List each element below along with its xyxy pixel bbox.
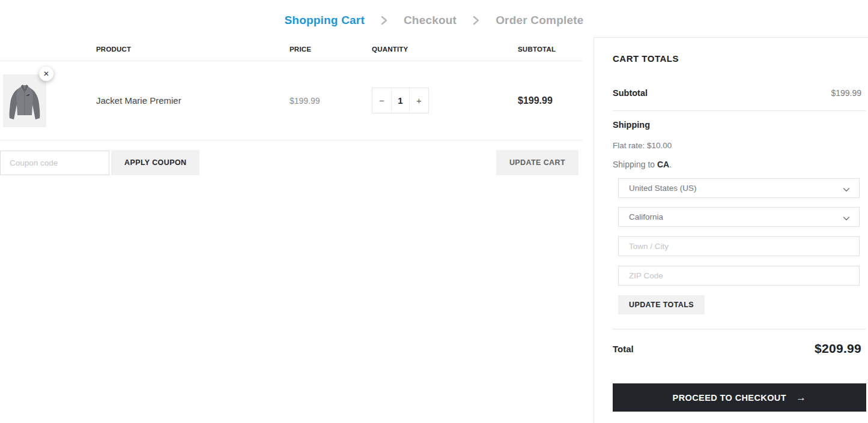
cart-totals-title: CART TOTALS [613,53,866,64]
proceed-label: PROCEED TO CHECKOUT [673,393,786,403]
subtotal-label: Subtotal [613,88,648,98]
product-image-cell: ✕ [0,74,96,127]
update-totals-button[interactable]: UPDATE TOTALS [618,295,705,314]
breadcrumb-checkout[interactable]: Checkout [404,14,457,27]
product-thumbnail[interactable]: ✕ [3,74,46,127]
breadcrumb-order-complete[interactable]: Order Complete [496,14,583,27]
coupon-row: APPLY COUPON UPDATE CART [0,150,583,175]
quantity-stepper: − 1 + [372,88,429,113]
total-value: $209.99 [815,341,861,356]
column-header-subtotal: SUBTOTAL [518,37,583,61]
close-icon: ✕ [43,70,49,78]
totals-divider [613,329,866,329]
town-city-input[interactable] [618,236,860,256]
shipping-to-prefix: Shipping to [613,160,657,169]
column-header-product: PRODUCT [96,37,290,61]
chevron-down-icon [843,185,850,194]
cart-item-row: ✕ Jacket Marie Premier $199.99 − 1 + $19… [0,61,583,140]
shipping-destination: Shipping to CA. [613,160,866,169]
quantity-increase-button[interactable]: + [410,88,428,113]
quantity-value[interactable]: 1 [391,88,410,113]
shipping-method: Flat rate: $10.00 [613,141,866,150]
shipping-to-suffix: . [669,160,672,169]
checkout-steps-breadcrumb: Shopping Cart Checkout Order Complete [0,0,868,37]
product-name-link[interactable]: Jacket Marie Premier [96,95,290,106]
item-subtotal: $199.99 [518,95,583,106]
chevron-right-icon [472,16,480,25]
remove-item-button[interactable]: ✕ [39,67,53,81]
shipping-label: Shipping [613,120,866,130]
cart-table-header: PRODUCT PRICE QUANTITY SUBTOTAL [0,37,583,61]
column-header-spacer [0,41,96,57]
shipping-to-region: CA [657,160,669,169]
breadcrumb-shopping-cart[interactable]: Shopping Cart [284,14,364,27]
state-select[interactable]: California [618,207,860,227]
column-header-quantity: QUANTITY [372,37,518,61]
chevron-right-icon [380,16,388,25]
quantity-cell: − 1 + [372,88,518,113]
zip-code-input[interactable] [618,266,860,286]
chevron-down-icon [843,214,850,223]
country-selected-value: United States (US) [629,184,697,193]
jacket-product-image [3,74,46,127]
subtotal-row: Subtotal $199.99 [613,88,866,111]
column-header-price: PRICE [290,37,372,61]
subtotal-value: $199.99 [831,88,861,98]
arrow-right-icon: → [796,392,806,404]
item-price: $199.99 [290,96,372,106]
quantity-decrease-button[interactable]: − [372,88,391,113]
cart-main-area: PRODUCT PRICE QUANTITY SUBTOTAL [0,37,583,423]
state-selected-value: California [629,212,663,221]
apply-coupon-button[interactable]: APPLY COUPON [111,150,199,175]
cart-totals-panel: CART TOTALS Subtotal $199.99 Shipping Fl… [593,37,868,423]
total-label: Total [613,344,634,354]
total-row: Total $209.99 [613,341,866,356]
country-select[interactable]: United States (US) [618,178,860,198]
update-cart-button[interactable]: UPDATE CART [496,150,578,175]
coupon-code-input[interactable] [0,151,109,175]
proceed-to-checkout-button[interactable]: PROCEED TO CHECKOUT → [613,383,866,412]
